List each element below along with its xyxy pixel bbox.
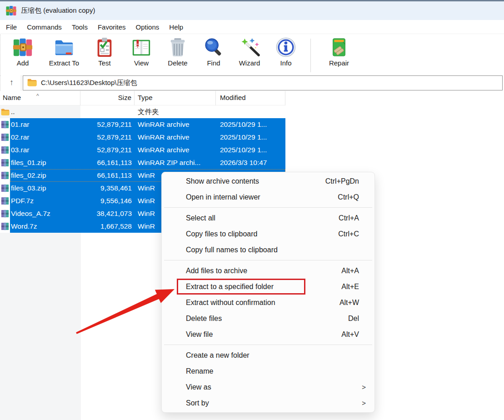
toolbar-button-test[interactable]: Test — [86, 37, 123, 67]
archive-file-icon — [0, 197, 10, 205]
toolbar-button-extract-to[interactable]: Extract To — [42, 37, 86, 67]
menu-item-copy-full-names-to-clipboard[interactable]: Copy full names to clipboard — [162, 242, 374, 258]
toolbar-button-view[interactable]: View — [123, 37, 160, 67]
file-row-files-01-zip[interactable]: files_01.zip66,161,113WinRAR ZIP archi..… — [0, 156, 285, 169]
context-menu: Show archive contentsCtrl+PgDnOpen in in… — [161, 172, 375, 413]
menu-item-add-files-to-archive[interactable]: Add files to archiveAlt+A — [162, 263, 374, 279]
file-size: 66,161,113 — [80, 159, 135, 167]
menu-item-select-all[interactable]: Select allCtrl+A — [162, 210, 374, 226]
file-name: PDF.7z — [10, 197, 80, 205]
menu-item-label: Copy files to clipboard — [186, 226, 338, 242]
column-header-size[interactable]: Size — [80, 91, 135, 105]
toolbar-button-label: Find — [207, 59, 220, 67]
toolbar-button-label: Info — [280, 59, 291, 67]
menu-item-shortcut: Ctrl+C — [338, 226, 359, 242]
toolbar-button-repair[interactable]: Repair — [317, 37, 361, 67]
file-list-header: Name^SizeTypeModified — [0, 91, 285, 105]
file-type: 文件夹 — [135, 107, 216, 117]
menu-item-copy-files-to-clipboard[interactable]: Copy files to clipboardCtrl+C — [162, 226, 374, 242]
column-header-type[interactable]: Type — [135, 91, 216, 105]
menubar-item-options[interactable]: Options — [131, 20, 165, 34]
toolbar-button-wizard[interactable]: Wizard — [231, 37, 268, 67]
toolbar-button-add[interactable]: Add — [3, 37, 42, 67]
file-row-01-rar[interactable]: 01.rar52,879,211WinRAR archive2025/10/29… — [0, 118, 285, 131]
title-bar: 压缩包 (evaluation copy) — [0, 1, 504, 20]
menubar-item-favorites[interactable]: Favorites — [93, 20, 131, 34]
toolbar-button-label: Wizard — [239, 59, 260, 67]
menubar-item-file[interactable]: File — [1, 20, 22, 34]
toolbar-button-find[interactable]: Find — [196, 37, 231, 67]
file-name: 01.rar — [10, 120, 80, 129]
address-combo-box[interactable]: C:\Users\11623\Desktop\压缩包 — [23, 75, 503, 90]
menu-item-label: View file — [186, 326, 341, 342]
file-name: Videos_A.7z — [10, 210, 80, 218]
menubar-item-tools[interactable]: Tools — [67, 20, 93, 34]
menu-item-delete-files[interactable]: Delete filesDel — [162, 310, 374, 326]
menubar-item-help[interactable]: Help — [164, 20, 188, 34]
menu-item-label: Create a new folder — [186, 347, 359, 363]
archive-file-icon — [0, 133, 10, 141]
archive-file-icon — [0, 222, 10, 230]
file-row-02-rar[interactable]: 02.rar52,879,211WinRAR archive2025/10/29… — [0, 131, 285, 144]
archive-file-icon — [0, 171, 10, 180]
file-size: 52,879,211 — [80, 120, 135, 129]
menubar-item-commands[interactable]: Commands — [22, 20, 67, 34]
file-size: 9,358,461 — [80, 184, 135, 192]
file-name: 03.rar — [10, 146, 80, 154]
address-path: C:\Users\11623\Desktop\压缩包 — [41, 79, 137, 87]
menu-item-rename[interactable]: Rename — [162, 363, 374, 379]
file-size: 38,421,073 — [80, 210, 135, 218]
file-name: 02.rar — [10, 133, 80, 141]
file-type: WinRAR archive — [135, 146, 216, 154]
extract-folder-icon — [54, 37, 75, 58]
menu-item-label: Add files to archive — [186, 263, 341, 279]
menu-item-shortcut: Ctrl+A — [339, 210, 359, 226]
menu-item-extract-to-a-specified-folder[interactable]: Extract to a specified folderAlt+E — [162, 279, 374, 295]
magnifier-icon — [203, 37, 224, 58]
magic-wand-icon — [239, 37, 260, 58]
menu-item-label: Extract without confirmation — [186, 295, 339, 310]
menu-item-sort-by[interactable]: Sort by> — [162, 395, 374, 411]
repair-kit-icon — [329, 37, 349, 58]
menu-item-show-archive-contents[interactable]: Show archive contentsCtrl+PgDn — [162, 173, 374, 189]
toolbar-button-label: Extract To — [49, 59, 79, 67]
menu-item-shortcut: Alt+V — [341, 326, 359, 342]
file-modified: 2026/3/3 10:47 — [216, 159, 285, 167]
file-size: 66,161,113 — [80, 171, 135, 180]
toolbar-separator — [310, 39, 311, 72]
menu-item-create-a-new-folder[interactable]: Create a new folder — [162, 347, 374, 363]
menu-item-label: Rename — [186, 363, 359, 379]
toolbar-button-label: Test — [98, 59, 111, 67]
menu-item-open-in-internal-viewer[interactable]: Open in internal viewerCtrl+Q — [162, 189, 374, 205]
toolbar-button-label: Repair — [329, 59, 349, 67]
menu-separator — [162, 205, 374, 210]
window-title: 压缩包 (evaluation copy) — [21, 6, 95, 15]
menu-item-label: Delete files — [186, 310, 348, 326]
menu-item-label: Sort by — [186, 395, 359, 411]
list-empty-area — [0, 233, 81, 420]
file-name: Word.7z — [10, 222, 80, 230]
column-header-modified[interactable]: Modified — [216, 91, 285, 105]
menu-separator — [162, 258, 374, 263]
folder-icon — [27, 79, 37, 88]
file-row-[interactable]: ..文件夹 — [0, 105, 285, 118]
archive-file-icon — [0, 159, 10, 167]
toolbar-button-delete[interactable]: Delete — [160, 37, 196, 67]
file-name: .. — [10, 108, 80, 116]
menu-item-view-file[interactable]: View fileAlt+V — [162, 326, 374, 342]
file-row-03-rar[interactable]: 03.rar52,879,211WinRAR archive2025/10/29… — [0, 144, 285, 156]
file-name: files_02.zip — [10, 171, 80, 180]
menu-item-shortcut: Del — [348, 310, 359, 326]
menu-item-shortcut: Alt+W — [339, 295, 359, 310]
menu-item-extract-without-confirmation[interactable]: Extract without confirmationAlt+W — [162, 295, 374, 310]
sort-ascending-icon: ^ — [36, 89, 39, 103]
menu-item-shortcut: Alt+A — [341, 263, 359, 279]
chevron-right-icon: > — [362, 395, 366, 411]
menu-item-view-as[interactable]: View as> — [162, 379, 374, 395]
menu-item-label: View as — [186, 379, 359, 395]
menu-item-shortcut: Alt+E — [341, 279, 359, 295]
column-header-name[interactable]: Name^ — [0, 91, 80, 105]
up-one-level-button[interactable]: ↑ — [2, 75, 21, 90]
toolbar-button-info[interactable]: Info — [268, 37, 304, 67]
file-type: WinRAR archive — [135, 133, 216, 141]
